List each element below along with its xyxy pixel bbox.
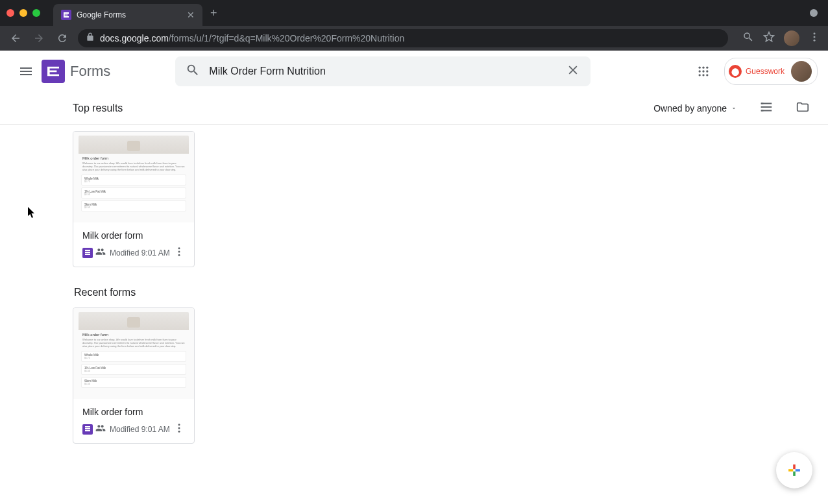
svg-point-6 bbox=[698, 70, 700, 72]
modified-text: Modified 9:01 AM bbox=[110, 248, 171, 258]
card-title: Milk order form bbox=[82, 407, 185, 417]
search-input[interactable] bbox=[209, 66, 566, 77]
svg-point-9 bbox=[698, 74, 700, 76]
forms-logo-icon bbox=[42, 60, 65, 83]
folder-button[interactable] bbox=[790, 95, 815, 122]
card-meta: Milk order form Modified 9:01 AM bbox=[73, 222, 194, 267]
create-new-button[interactable] bbox=[776, 452, 812, 488]
tab-favicon-icon bbox=[61, 10, 71, 20]
google-apps-button[interactable] bbox=[690, 58, 716, 84]
window-controls bbox=[6, 9, 40, 17]
forms-doc-icon bbox=[82, 248, 93, 258]
extension-badge[interactable]: ⬤ Guesswork bbox=[724, 58, 818, 85]
tab-overflow[interactable] bbox=[810, 9, 818, 17]
svg-point-12 bbox=[178, 247, 180, 249]
extension-label: Guesswork bbox=[746, 67, 785, 76]
address-bar: docs.google.com/forms/u/1/?tgif=d&q=Milk… bbox=[0, 26, 828, 51]
svg-point-2 bbox=[814, 40, 816, 42]
browser-tab[interactable]: Google Forms ✕ bbox=[53, 4, 202, 26]
card-meta: Milk order form Modified 9:01 AM bbox=[73, 399, 194, 443]
lock-icon bbox=[86, 32, 95, 44]
back-button[interactable] bbox=[8, 30, 23, 46]
window-minimize[interactable] bbox=[19, 9, 27, 17]
svg-point-1 bbox=[814, 36, 816, 38]
card-preview: Milk order form Welcome to our online sh… bbox=[73, 308, 194, 399]
browser-chrome: Google Forms ✕ + docs.google.com/forms/u… bbox=[0, 0, 828, 51]
tab-title: Google Forms bbox=[77, 10, 187, 19]
shared-icon bbox=[95, 246, 106, 259]
chevron-down-icon bbox=[731, 105, 737, 112]
clear-search-icon[interactable] bbox=[566, 63, 580, 80]
app-header: Forms ⬤ Guesswork bbox=[0, 51, 828, 92]
main-menu-button[interactable] bbox=[10, 56, 42, 87]
url-box[interactable]: docs.google.com/forms/u/1/?tgif=d&q=Milk… bbox=[78, 29, 728, 47]
bookmark-icon[interactable] bbox=[763, 31, 775, 45]
search-box[interactable] bbox=[175, 56, 591, 86]
window-close[interactable] bbox=[6, 9, 14, 17]
browser-menu-icon[interactable] bbox=[809, 31, 820, 45]
app-name: Forms bbox=[70, 63, 110, 80]
card-preview: Milk order form Welcome to our online sh… bbox=[73, 132, 194, 222]
form-card[interactable]: Milk order form Welcome to our online sh… bbox=[73, 307, 195, 444]
svg-point-3 bbox=[698, 67, 700, 69]
svg-point-10 bbox=[702, 74, 704, 76]
search-icon bbox=[186, 63, 200, 80]
chevron-down-icon bbox=[810, 9, 818, 17]
svg-point-11 bbox=[706, 74, 708, 76]
results-heading: Top results bbox=[73, 102, 123, 114]
profile-avatar-small[interactable] bbox=[784, 30, 799, 46]
form-card[interactable]: Milk order form Welcome to our online sh… bbox=[73, 131, 195, 267]
results-toolbar: Top results Owned by anyone bbox=[0, 92, 828, 125]
tab-close-icon[interactable]: ✕ bbox=[187, 10, 195, 20]
tab-bar: Google Forms ✕ + bbox=[0, 0, 828, 26]
svg-point-17 bbox=[178, 431, 180, 433]
svg-point-15 bbox=[178, 424, 180, 426]
plus-icon bbox=[784, 460, 805, 481]
card-more-icon[interactable] bbox=[173, 246, 185, 260]
card-title: Milk order form bbox=[82, 230, 185, 241]
svg-point-13 bbox=[178, 251, 180, 253]
list-view-button[interactable] bbox=[754, 95, 779, 122]
owner-filter-dropdown[interactable]: Owned by anyone bbox=[648, 99, 742, 117]
svg-point-16 bbox=[178, 427, 180, 429]
forward-button[interactable] bbox=[31, 30, 47, 46]
content-area: Milk order form Welcome to our online sh… bbox=[0, 125, 828, 504]
svg-point-8 bbox=[706, 70, 708, 72]
svg-point-7 bbox=[702, 70, 704, 72]
forms-doc-icon bbox=[82, 424, 93, 435]
svg-point-14 bbox=[178, 254, 180, 256]
card-more-icon[interactable] bbox=[173, 422, 185, 437]
new-tab-button[interactable]: + bbox=[210, 6, 217, 20]
modified-text: Modified 9:01 AM bbox=[110, 425, 171, 434]
svg-point-4 bbox=[702, 67, 704, 69]
owner-filter-label: Owned by anyone bbox=[653, 103, 727, 114]
shared-icon bbox=[95, 423, 106, 436]
extension-dot-icon: ⬤ bbox=[729, 65, 742, 78]
svg-point-0 bbox=[814, 32, 816, 34]
zoom-icon[interactable] bbox=[742, 31, 754, 45]
recent-heading: Recent forms bbox=[74, 287, 828, 298]
reload-button[interactable] bbox=[55, 30, 70, 46]
profile-avatar[interactable] bbox=[791, 61, 812, 82]
url-text: docs.google.com/forms/u/1/?tgif=d&q=Milk… bbox=[100, 33, 404, 43]
svg-point-5 bbox=[706, 67, 708, 69]
app-logo[interactable]: Forms bbox=[42, 60, 110, 83]
window-maximize[interactable] bbox=[32, 9, 40, 17]
